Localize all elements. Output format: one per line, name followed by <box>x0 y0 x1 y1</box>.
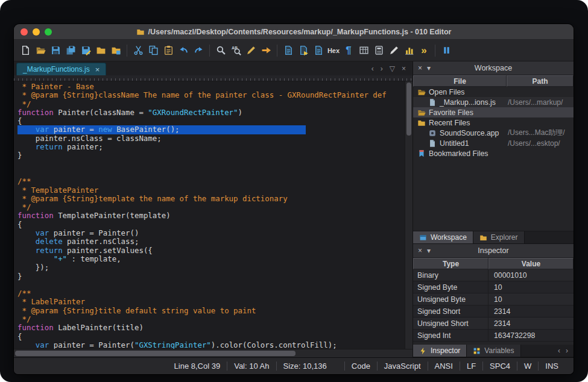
tab-scroll-left-icon[interactable]: ‹ <box>371 64 374 73</box>
vertical-scroll-thumb[interactable] <box>406 83 411 136</box>
find-replace-icon[interactable]: AB <box>229 43 243 58</box>
workspace-row[interactable]: Recent Files <box>413 117 574 128</box>
copy-icon[interactable] <box>146 43 160 58</box>
tab-list-icon[interactable]: ▽ <box>390 64 395 73</box>
tab-variables[interactable]: Variables <box>467 345 520 357</box>
run-script-icon[interactable] <box>311 43 326 58</box>
undo-icon[interactable] <box>176 43 191 58</box>
redo-icon[interactable] <box>191 43 206 58</box>
workspace-row[interactable]: Untitled1/Users/...esktop/ <box>413 138 574 148</box>
column-header-path[interactable]: Path <box>507 75 574 87</box>
code-line-25[interactable]: /** <box>17 289 405 298</box>
inspector-value[interactable]: 2314 <box>488 305 574 317</box>
code-line-2[interactable]: * @param {String}className The name of t… <box>17 91 405 99</box>
zoom-window-button[interactable] <box>45 28 52 36</box>
inspector-row[interactable]: Signed Short2314 <box>413 305 574 318</box>
code-line-17[interactable]: { <box>17 221 405 229</box>
code-line-13[interactable]: * TemplatePainter <box>17 186 405 195</box>
inspector-value[interactable]: 10 <box>488 293 574 305</box>
workspace-menu-icon[interactable]: ▾ <box>427 64 431 72</box>
code-line-22[interactable]: }); <box>17 263 405 272</box>
inspector-value[interactable]: 2314 <box>488 318 574 329</box>
histogram-icon[interactable] <box>402 43 416 58</box>
save-all-icon[interactable] <box>63 43 78 58</box>
code-line-3[interactable]: */ <box>17 100 405 108</box>
editor-vertical-scrollbar[interactable] <box>405 81 413 349</box>
replace-all-icon[interactable] <box>244 43 258 58</box>
workspace-row[interactable]: Bookmarked Files <box>413 148 574 158</box>
table-view-icon[interactable] <box>356 43 371 58</box>
inspector-menu-icon[interactable]: ▾ <box>427 246 431 255</box>
workspace-row[interactable]: SoundSource.app/Users...Mac助理/ <box>413 128 574 138</box>
tab-inspector[interactable]: Inspector <box>413 345 467 357</box>
inspector-value[interactable]: 1634732298 <box>488 330 574 341</box>
code-line-24[interactable] <box>17 281 405 289</box>
workspace-row[interactable]: Favorite Files <box>413 107 574 117</box>
workspace-row[interactable]: _Markup...ions.js/Users/...markup/ <box>413 97 574 107</box>
code-line-29[interactable]: function LabelPainter(title) <box>17 324 405 332</box>
paste-icon[interactable] <box>161 43 175 58</box>
find-icon[interactable] <box>213 43 228 58</box>
code-editor[interactable]: * Painter - Base * @param {String}classN… <box>14 81 405 349</box>
new-file-icon[interactable] <box>18 43 33 58</box>
workspace-row[interactable]: Open Files <box>413 87 574 97</box>
column-header-value[interactable]: Value <box>488 258 574 269</box>
more-tools-icon[interactable]: » <box>417 43 431 58</box>
code-line-18[interactable]: var painter = Painter() <box>17 229 405 237</box>
minimize-window-button[interactable] <box>33 28 40 36</box>
save-as-icon[interactable] <box>78 43 93 58</box>
code-line-26[interactable]: * LabelPainter <box>17 298 405 306</box>
inspector-scroll-left-icon[interactable]: ‹ <box>558 346 560 355</box>
tab-workspace[interactable]: Workspace <box>413 231 473 243</box>
open-folder-icon[interactable] <box>93 43 108 58</box>
save-icon[interactable] <box>48 43 63 58</box>
code-line-20[interactable]: return painter.setValues({ <box>17 246 405 255</box>
code-line-4[interactable]: function Painter(className = "GXRoundRec… <box>17 108 405 117</box>
code-line-10[interactable] <box>17 160 405 169</box>
inspector-row[interactable]: Unsigned Short2314 <box>413 318 574 330</box>
hex-view-icon[interactable]: Hex <box>326 43 341 58</box>
code-line-9[interactable]: } <box>17 151 405 160</box>
run-template-icon[interactable] <box>296 43 311 58</box>
close-window-button[interactable] <box>21 28 28 36</box>
save-workspace-icon[interactable] <box>109 43 123 58</box>
code-line-23[interactable]: } <box>17 272 405 281</box>
inspector-row[interactable]: Unsigned Byte10 <box>413 293 574 305</box>
inspector-row[interactable]: Binary00001010 <box>413 269 574 281</box>
code-line-30[interactable]: { <box>17 333 405 341</box>
code-line-6[interactable]: var painter = new BasePainter(); <box>17 125 405 134</box>
code-line-14[interactable]: * @param {String}template the name of th… <box>17 195 405 203</box>
code-line-27[interactable]: * @param {String}title default string va… <box>17 307 405 315</box>
inspector-value[interactable]: 00001010 <box>488 269 574 281</box>
open-file-icon[interactable] <box>33 43 48 58</box>
code-line-28[interactable]: */ <box>17 315 405 324</box>
goto-icon[interactable] <box>259 43 273 58</box>
tab-markupfunctions[interactable]: _MarkupFunctions.js × <box>16 63 106 75</box>
code-line-19[interactable]: delete painter.nsClass; <box>17 237 405 246</box>
tab-explorer[interactable]: Explorer <box>473 231 525 243</box>
code-line-7[interactable]: painter.nsClass = className; <box>17 134 405 143</box>
code-line-8[interactable]: return painter; <box>17 143 405 151</box>
tab-scroll-right-icon[interactable]: › <box>381 64 383 73</box>
code-line-31[interactable]: var painter = Painter("GXStringPainter")… <box>17 341 405 349</box>
pause-icon[interactable] <box>439 43 454 58</box>
workspace-close-icon[interactable]: × <box>418 64 422 72</box>
code-line-15[interactable]: */ <box>17 203 405 211</box>
calculator-icon[interactable] <box>371 43 386 58</box>
tab-close-icon[interactable]: × <box>95 66 100 74</box>
show-whitespace-icon[interactable]: ¶ <box>341 43 356 58</box>
column-header-file[interactable]: File <box>413 75 507 87</box>
inspector-close-icon[interactable]: × <box>418 246 422 255</box>
code-line-21[interactable]: "+" : template, <box>17 255 405 263</box>
editor-horizontal-scrollbar[interactable] <box>14 349 413 357</box>
templates-icon[interactable] <box>281 43 296 58</box>
inspector-row[interactable]: Signed Int1634732298 <box>413 330 574 342</box>
editor-close-icon[interactable]: × <box>402 64 406 73</box>
code-line-11[interactable] <box>17 169 405 177</box>
code-line-12[interactable]: /** <box>17 177 405 186</box>
code-line-16[interactable]: function TemplatePainter(template) <box>17 211 405 220</box>
column-header-type[interactable]: Type <box>413 258 488 269</box>
horizontal-scroll-thumb[interactable] <box>15 351 296 356</box>
tools-icon[interactable] <box>387 43 401 58</box>
code-line-1[interactable]: * Painter - Base <box>17 83 405 91</box>
